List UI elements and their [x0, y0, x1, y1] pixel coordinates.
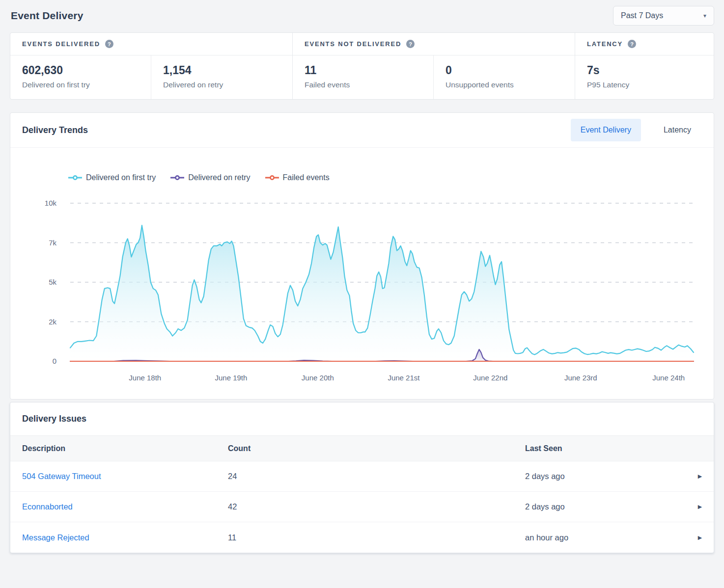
stat-failed-events: 11 Failed events [293, 55, 434, 99]
stats-group-body: 11 Failed events 0 Unsupported events [293, 55, 575, 99]
delivery-issues-card: Delivery Issues Description Count Last S… [10, 402, 714, 553]
issue-count: 11 [228, 533, 525, 542]
tab-event-delivery[interactable]: Event Delivery [571, 119, 641, 141]
y-axis-tick-label: 10k [45, 199, 57, 207]
y-axis-tick-label: 5k [49, 278, 56, 286]
issue-link[interactable]: Econnaborted [22, 502, 228, 511]
tab-latency[interactable]: Latency [654, 119, 701, 141]
x-axis-tick-label: June 24th [652, 374, 685, 382]
issue-last-seen: 2 days ago [525, 472, 686, 481]
stat-label: Delivered on first try [22, 80, 139, 89]
chevron-down-icon: ▾ [703, 12, 706, 19]
issue-count: 24 [228, 472, 525, 481]
stat-label: Delivered on retry [163, 80, 280, 89]
legend-marker-orange-icon [265, 175, 279, 181]
legend-item-retry[interactable]: Delivered on retry [170, 173, 250, 182]
x-axis-tick-label: June 20th [302, 374, 334, 382]
help-icon[interactable]: ? [406, 40, 415, 48]
stats-group-events-delivered: EVENTS DELIVERED ? 602,630 Delivered on … [10, 33, 293, 99]
stats-group-events-not-delivered: EVENTS NOT DELIVERED ? 11 Failed events … [293, 33, 575, 99]
column-header-last-seen: Last Seen [525, 444, 686, 453]
x-axis-tick-label: June 23rd [564, 374, 597, 382]
chart-area: Delivered on first try Delivered on retr… [10, 173, 714, 399]
y-axis-tick-label: 7k [49, 239, 56, 247]
table-row[interactable]: 504 Gateway Timeout 24 2 days ago ▶ [10, 461, 714, 492]
issue-count: 42 [228, 502, 525, 511]
legend-item-first-try[interactable]: Delivered on first try [68, 173, 156, 182]
stats-group-label: LATENCY [587, 40, 623, 48]
stats-group-header: EVENTS DELIVERED ? [10, 33, 292, 55]
legend-label: Delivered on first try [86, 173, 156, 182]
event-delivery-page: Event Delivery Past 7 Days ▾ EVENTS DELI… [0, 0, 724, 553]
stat-value: 7s [587, 64, 702, 77]
column-header-count: Count [228, 444, 525, 453]
time-range-dropdown[interactable]: Past 7 Days ▾ [613, 6, 714, 26]
x-axis-tick-label: June 19th [215, 374, 247, 382]
legend-marker-cyan-icon [68, 175, 82, 181]
stat-value: 0 [446, 64, 563, 77]
stats-group-label: EVENTS NOT DELIVERED [305, 40, 401, 48]
issues-table-header: Description Count Last Seen [10, 435, 714, 461]
stats-group-header: LATENCY ? [575, 33, 714, 55]
legend-marker-purple-icon [170, 175, 184, 181]
stats-summary-card: EVENTS DELIVERED ? 602,630 Delivered on … [10, 32, 714, 100]
stats-group-body: 602,630 Delivered on first try 1,154 Del… [10, 55, 292, 99]
x-axis-tick-label: June 21st [388, 374, 420, 382]
stat-p95-latency: 7s P95 Latency [575, 55, 714, 99]
stat-value: 1,154 [163, 64, 280, 77]
table-row[interactable]: Econnaborted 42 2 days ago ▶ [10, 492, 714, 522]
delivery-trends-card: Delivery Trends Event Delivery Latency D… [10, 112, 714, 400]
stat-delivered-on-retry: 1,154 Delivered on retry [151, 55, 292, 99]
issue-link[interactable]: Message Rejected [22, 533, 228, 542]
issue-last-seen: an hour ago [525, 533, 686, 542]
stat-unsupported-events: 0 Unsupported events [434, 55, 575, 99]
page-header: Event Delivery Past 7 Days ▾ [10, 0, 714, 32]
stats-group-body: 7s P95 Latency [575, 55, 714, 99]
stat-label: Unsupported events [446, 80, 563, 89]
stats-group-label: EVENTS DELIVERED [22, 40, 100, 48]
chevron-right-icon[interactable]: ▶ [698, 473, 702, 480]
issues-title-row: Delivery Issues [10, 402, 714, 435]
legend-item-failed[interactable]: Failed events [265, 173, 330, 182]
legend-label: Failed events [283, 173, 330, 182]
stats-group-header: EVENTS NOT DELIVERED ? [293, 33, 575, 55]
issue-last-seen: 2 days ago [525, 502, 686, 511]
chart-legend: Delivered on first try Delivered on retr… [68, 173, 714, 182]
page-title: Event Delivery [11, 10, 84, 22]
table-row[interactable]: Message Rejected 11 an hour ago ▶ [10, 522, 714, 553]
trends-tabs: Event Delivery Latency [571, 119, 701, 141]
column-header-description: Description [22, 444, 228, 453]
y-axis-tick-label: 0 [53, 357, 56, 365]
issues-title: Delivery Issues [22, 414, 86, 424]
help-icon[interactable]: ? [105, 40, 113, 48]
trends-title: Delivery Trends [22, 125, 88, 135]
stat-label: Failed events [305, 80, 421, 89]
stat-label: P95 Latency [587, 80, 702, 89]
series-area-0 [70, 225, 694, 361]
trends-header: Delivery Trends Event Delivery Latency [10, 113, 714, 148]
y-axis-tick-label: 2k [49, 318, 56, 326]
time-range-value: Past 7 Days [621, 11, 663, 20]
trends-chart-svg: 10k7k5k2k0June 18thJune 19thJune 20thJun… [10, 192, 715, 389]
issue-link[interactable]: 504 Gateway Timeout [22, 472, 228, 481]
legend-label: Delivered on retry [188, 173, 250, 182]
chevron-right-icon[interactable]: ▶ [698, 504, 702, 510]
x-axis-tick-label: June 22nd [473, 374, 507, 382]
x-axis-tick-label: June 18th [129, 374, 161, 382]
stat-delivered-first-try: 602,630 Delivered on first try [10, 55, 151, 99]
stats-group-latency: LATENCY ? 7s P95 Latency [575, 33, 714, 99]
help-icon[interactable]: ? [628, 40, 636, 48]
chevron-right-icon[interactable]: ▶ [698, 535, 702, 541]
stat-value: 602,630 [22, 64, 139, 77]
stat-value: 11 [305, 64, 421, 77]
